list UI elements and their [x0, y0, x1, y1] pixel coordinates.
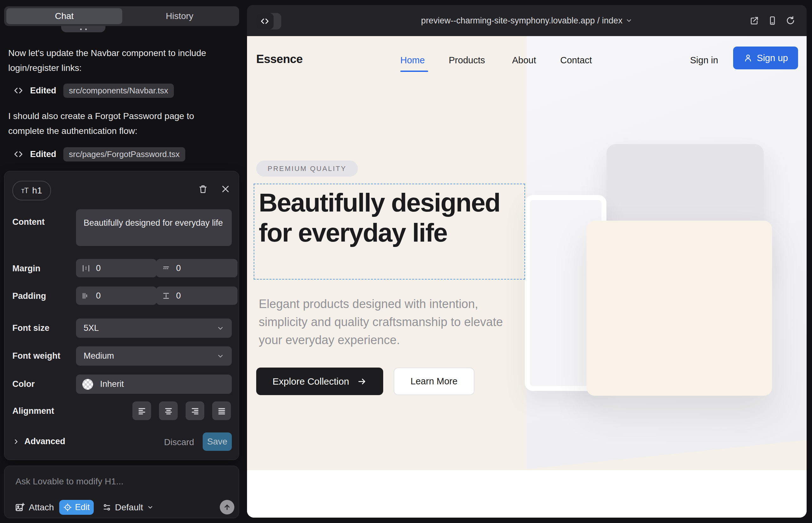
arrow-up-icon — [223, 503, 231, 511]
align-left-button[interactable] — [133, 401, 151, 420]
sign-in-link[interactable]: Sign in — [690, 55, 718, 66]
composer-toolbar: Attach Edit Default — [15, 500, 54, 515]
attach-label: Attach — [29, 502, 54, 512]
code-icon — [14, 86, 23, 95]
close-panel-button[interactable] — [218, 182, 232, 196]
chevron-down-icon — [217, 353, 224, 360]
delete-element-button[interactable] — [196, 182, 210, 196]
margin-horizontal-icon — [82, 264, 90, 273]
section-below-hero — [247, 470, 807, 518]
font-weight-select[interactable]: Medium — [76, 346, 232, 366]
hero-subtext: Elegant products designed with intention… — [259, 295, 515, 349]
padding-y-field[interactable] — [156, 287, 237, 305]
margin-x-field[interactable] — [76, 259, 157, 277]
margin-y-input[interactable] — [175, 263, 215, 273]
tab-chat[interactable]: Chat — [6, 8, 122, 24]
edit-mode-button[interactable]: Edit — [59, 500, 94, 515]
margin-vertical-icon — [162, 264, 170, 273]
font-weight-label: Font weight — [12, 351, 60, 361]
chat-history-tabs: Chat History — [4, 6, 239, 26]
advanced-expander[interactable]: Advanced — [12, 437, 65, 446]
sliders-icon — [103, 503, 111, 511]
content-textarea[interactable]: Beautifully designed for everyday life — [76, 209, 232, 246]
padding-y-input[interactable] — [175, 291, 215, 301]
sign-up-button[interactable]: Sign up — [733, 47, 798, 69]
sign-up-label: Sign up — [757, 53, 788, 63]
send-button[interactable] — [220, 500, 234, 515]
font-size-value: 5XL — [84, 323, 99, 333]
advanced-label: Advanced — [24, 437, 65, 446]
align-justify-button[interactable] — [212, 401, 231, 420]
external-link-icon — [749, 16, 759, 25]
explore-collection-label: Explore Collection — [273, 376, 349, 387]
chat-composer: Attach Edit Default — [4, 466, 239, 518]
padding-vertical-icon — [162, 292, 170, 300]
nav-link-home[interactable]: Home — [400, 55, 425, 66]
font-weight-value: Medium — [84, 351, 114, 361]
color-label: Color — [12, 379, 35, 389]
align-right-button[interactable] — [186, 401, 204, 420]
edited-label: Edited — [30, 149, 56, 159]
decor-card-cream — [586, 221, 772, 396]
open-external-button[interactable] — [749, 16, 759, 25]
browser-toolbar: preview--charming-site-symphony.lovable.… — [247, 5, 807, 36]
font-size-select[interactable]: 5XL — [76, 319, 232, 338]
premium-quality-badge: PREMIUM QUALITY — [256, 161, 358, 177]
edited-label: Edited — [30, 86, 56, 96]
ellipsis-dots-icon — [61, 29, 105, 30]
typography-icon: тT — [21, 186, 29, 195]
selected-element-badge: тT h1 — [12, 181, 51, 200]
save-button[interactable]: Save — [203, 432, 232, 451]
url-text: preview--charming-site-symphony.lovable.… — [421, 16, 623, 26]
font-size-label: Font size — [12, 323, 49, 333]
mobile-icon — [768, 16, 777, 25]
mobile-view-button[interactable] — [768, 16, 777, 25]
edited-file-row: Edited src/pages/ForgotPassword.tsx — [14, 147, 185, 161]
discard-button[interactable]: Discard — [164, 437, 194, 447]
align-justify-icon — [217, 407, 226, 415]
code-icon — [14, 149, 23, 159]
explore-collection-button[interactable]: Explore Collection — [256, 367, 383, 395]
app-root: Chat History Now let's update the Navbar… — [0, 0, 812, 523]
align-center-button[interactable] — [159, 401, 178, 420]
color-select[interactable]: Inherit — [76, 375, 232, 394]
padding-x-field[interactable] — [76, 287, 157, 305]
nav-link-contact[interactable]: Contact — [560, 55, 592, 66]
refresh-icon — [786, 16, 795, 25]
content-label: Content — [12, 217, 45, 227]
chat-input[interactable] — [15, 474, 225, 489]
margin-x-input[interactable] — [95, 263, 135, 273]
url-breadcrumb[interactable]: preview--charming-site-symphony.lovable.… — [247, 5, 807, 36]
element-editor-panel: тT h1 Content Beautifully designed for e… — [4, 171, 239, 460]
trash-icon — [198, 184, 208, 194]
site-logo[interactable]: Essence — [256, 53, 303, 66]
padding-x-input[interactable] — [95, 291, 135, 301]
element-tag: h1 — [32, 185, 42, 196]
nav-link-about[interactable]: About — [512, 55, 536, 66]
preview-browser: preview--charming-site-symphony.lovable.… — [247, 5, 807, 518]
edited-file-chip[interactable]: src/components/Navbar.tsx — [63, 84, 174, 98]
chevron-down-icon — [625, 17, 632, 24]
color-value: Inherit — [100, 379, 124, 389]
image-plus-icon — [15, 502, 25, 512]
refresh-button[interactable] — [786, 16, 795, 25]
chevron-right-icon — [12, 438, 20, 446]
assistant-message: I should also create a Forgot Password p… — [8, 109, 213, 138]
padding-horizontal-icon — [82, 292, 90, 300]
hero-headline[interactable]: Beautifully designed for everyday life — [259, 187, 512, 248]
learn-more-button[interactable]: Learn More — [394, 367, 474, 395]
attach-button[interactable]: Attach — [15, 502, 54, 512]
user-icon — [743, 53, 753, 63]
align-left-icon — [138, 407, 146, 415]
margin-label: Margin — [12, 264, 40, 273]
margin-y-field[interactable] — [156, 259, 237, 277]
nav-active-underline — [400, 71, 428, 72]
edit-label: Edit — [75, 502, 90, 512]
model-default-select[interactable]: Default — [103, 500, 154, 515]
preview-site: Essence Home Products About Contact Sign… — [247, 36, 807, 518]
target-icon — [63, 503, 72, 511]
edited-file-chip[interactable]: src/pages/ForgotPassword.tsx — [63, 147, 186, 161]
nav-link-products[interactable]: Products — [449, 55, 485, 66]
tab-history[interactable]: History — [122, 8, 237, 24]
arrow-right-icon — [357, 377, 367, 386]
